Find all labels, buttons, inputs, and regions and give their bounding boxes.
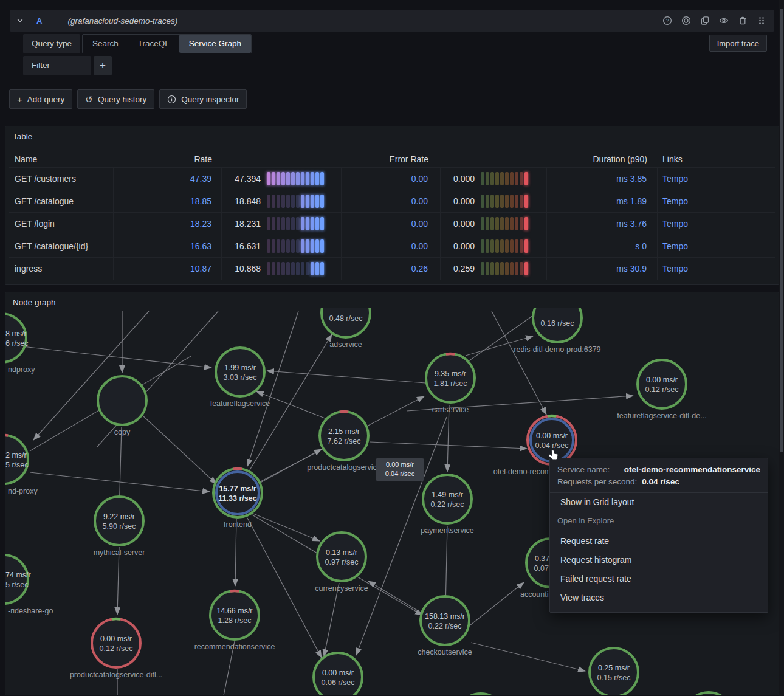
cell-rate-link[interactable]: 47.39 bbox=[114, 168, 222, 190]
column-header-name[interactable]: Name bbox=[9, 151, 114, 167]
node-stat-line2: 5 r/sec bbox=[5, 581, 29, 589]
drag-handle-icon[interactable] bbox=[756, 15, 767, 26]
graph-edge bbox=[447, 405, 449, 472]
node-stat-line1: 0.00 ms/r bbox=[646, 376, 678, 384]
node-productcatalogservice[interactable]: 2.15 ms/r7.62 r/secproductcatalogservice bbox=[307, 412, 381, 472]
cell-tempo-link[interactable]: Tempo bbox=[658, 213, 775, 235]
service-name-value: otel-demo-recommendationservice bbox=[624, 464, 760, 476]
query-inspector-button[interactable]: Query inspector bbox=[159, 89, 247, 109]
query-history-button[interactable]: ↺ Query history bbox=[77, 89, 154, 109]
cell-rate-gauge: 47.394 bbox=[222, 168, 342, 190]
table-row: ingress10.8710.8680.260.259ms 30.9Tempo bbox=[9, 257, 775, 280]
node-arc-partial-2[interactable] bbox=[684, 692, 733, 695]
cell-tempo-link[interactable]: Tempo bbox=[658, 235, 775, 257]
plus-icon: + bbox=[100, 60, 106, 72]
node-frontendproxy-top[interactable]: 8 ms/r6 r/secndproxy bbox=[5, 314, 35, 374]
add-query-button[interactable]: + Add query bbox=[9, 89, 72, 109]
context-menu-header: Service name: otel-demo-recommendationse… bbox=[550, 458, 768, 493]
column-header-links[interactable]: Links bbox=[658, 151, 775, 167]
query-type-traceql[interactable]: TraceQL bbox=[128, 35, 179, 53]
node-stat-line1: 158.13 ms/r bbox=[425, 612, 465, 621]
node-frontend[interactable]: 15.77 ms/r11.33 r/secfrontend bbox=[213, 469, 262, 529]
cell-rate-link[interactable]: 16.63 bbox=[114, 235, 222, 257]
column-header-rate-gauge bbox=[222, 151, 342, 167]
add-filter-button[interactable]: + bbox=[94, 56, 112, 75]
cell-name: GET /catalogue bbox=[9, 190, 114, 212]
cell-tempo-link[interactable]: Tempo bbox=[658, 190, 775, 212]
cell-error-rate-link[interactable]: 0.00 bbox=[342, 168, 441, 190]
node-stat-line1: 2.15 ms/r bbox=[328, 427, 360, 436]
table: Name Rate Error Rate Duration (p90) Link… bbox=[9, 151, 775, 280]
node-featureflagservice-ditl[interactable]: 0.00 ms/r0.12 r/secfeatureflagservice-di… bbox=[617, 360, 706, 420]
table-header-row: Name Rate Error Rate Duration (p90) Link… bbox=[9, 151, 775, 167]
column-header-rate[interactable]: Rate bbox=[114, 151, 222, 167]
node-stat-line1: 0.25 ms/r bbox=[598, 664, 630, 672]
node-stat-line2: 0.04 r/sec bbox=[535, 441, 569, 450]
duplicate-icon[interactable] bbox=[700, 15, 710, 26]
graph-edge bbox=[368, 581, 422, 613]
table-row: GET /customers47.3947.3940.000.000ms 3.8… bbox=[9, 167, 775, 190]
record-icon[interactable] bbox=[681, 15, 692, 26]
cell-error-rate-link[interactable]: 0.00 bbox=[342, 190, 441, 212]
cell-duration-link[interactable]: s 0 bbox=[547, 235, 658, 257]
column-header-duration[interactable]: Duration (p90) bbox=[547, 151, 658, 167]
query-type-search[interactable]: Search bbox=[83, 35, 128, 53]
cell-tempo-link[interactable]: Tempo bbox=[658, 258, 775, 280]
node-checkoutservice[interactable]: 158.13 ms/r0.22 r/seccheckoutservice bbox=[418, 596, 472, 656]
query-type-radio-group: Search TraceQL Service Graph bbox=[82, 34, 252, 53]
node-cartservice[interactable]: 9.35 ms/r1.81 r/seccartservice bbox=[426, 354, 475, 414]
node-paymentservice[interactable]: 1.49 ms/r0.22 r/secpaymentservice bbox=[421, 475, 474, 535]
cell-duration-link[interactable]: ms 30.9 bbox=[547, 258, 658, 280]
node-stat-line2: 0.15 r/sec bbox=[597, 674, 631, 682]
lcd-gauge bbox=[481, 239, 528, 253]
node-label: ndproxy bbox=[8, 365, 35, 374]
table-row: GET /catalogue/{id}16.6316.6310.000.000s… bbox=[9, 235, 775, 257]
edge-tooltip-line2: 0.04 r/sec bbox=[376, 469, 424, 478]
node-arc-partial-1[interactable] bbox=[456, 694, 505, 695]
cell-rate-link[interactable]: 18.85 bbox=[114, 190, 222, 212]
scrollbar-thumb[interactable] bbox=[780, 9, 783, 452]
node-productcatalogservice-ditl[interactable]: 0.00 ms/r0.12 r/secproductcatalogservice… bbox=[70, 619, 162, 679]
node-service-partial-right[interactable]: 0.25 ms/r0.15 r/sec bbox=[590, 648, 638, 695]
cell-tempo-link[interactable]: Tempo bbox=[658, 168, 775, 190]
node-service-partial-bottom[interactable]: 0.00 ms/r0.06 r/sec bbox=[314, 653, 362, 695]
node-label: recommendationservice bbox=[194, 643, 275, 651]
eye-icon[interactable] bbox=[718, 15, 729, 26]
cell-rate-link[interactable]: 10.87 bbox=[114, 258, 222, 280]
cell-error-rate-link[interactable]: 0.00 bbox=[342, 235, 441, 257]
context-menu-item-show-in-grid[interactable]: Show in Grid layout bbox=[550, 493, 768, 512]
graph-edge bbox=[142, 415, 216, 484]
context-menu-item[interactable]: Request rate bbox=[550, 532, 768, 551]
node-redis-ditl-demo-prod[interactable]: 0.16 r/secredis-ditl-demo-prod:6379 bbox=[514, 308, 600, 354]
node-stat-line1: 0.00 ms/r bbox=[536, 432, 568, 440]
node-stat-line1: 74 ms/r bbox=[5, 571, 31, 579]
node-currencyservice[interactable]: 0.13 ms/r0.97 r/seccurrencyservice bbox=[315, 532, 368, 593]
query-row-header[interactable]: A (grafanacloud-sedemo-traces) ? bbox=[10, 10, 774, 32]
cell-duration-link[interactable]: ms 3.85 bbox=[547, 168, 658, 190]
cell-duration-link[interactable]: ms 1.89 bbox=[547, 190, 658, 212]
table-row: GET /login18.2318.2310.000.000ms 3.76Tem… bbox=[9, 212, 775, 235]
cell-duration-link[interactable]: ms 3.76 bbox=[547, 213, 658, 235]
context-menu-item[interactable]: Request histogram bbox=[550, 551, 768, 570]
node-frontend-proxy[interactable]: 2 ms/r5 r/secnd-proxy bbox=[5, 435, 38, 495]
node-stat-line1: 2 ms/r bbox=[5, 451, 27, 460]
query-ref-id[interactable]: A bbox=[36, 16, 42, 26]
node-stat-line2: 0.97 r/sec bbox=[325, 558, 359, 567]
node-recommendationservice[interactable]: 14.66 ms/r1.28 r/secrecommendationservic… bbox=[194, 591, 275, 651]
cell-rate-link[interactable]: 18.23 bbox=[114, 213, 222, 235]
cell-error-rate-link[interactable]: 0.26 bbox=[342, 258, 441, 280]
help-circle-icon[interactable]: ? bbox=[662, 15, 673, 26]
node-mythical-server[interactable]: 9.22 ms/r5.90 r/secmythical-server bbox=[94, 497, 145, 557]
node-copy[interactable]: copy bbox=[98, 376, 146, 436]
context-menu-item[interactable]: View traces bbox=[550, 588, 768, 607]
trash-icon[interactable] bbox=[737, 15, 748, 26]
node-mythical-rideshare-go[interactable]: 74 ms/r5 r/sec-rideshare-go bbox=[5, 555, 53, 615]
column-header-error-rate[interactable]: Error Rate bbox=[342, 151, 441, 167]
node-featureflagservice[interactable]: 1.99 ms/r3.03 r/secfeatureflagservice bbox=[210, 348, 270, 408]
node-adservice[interactable]: 0.48 r/secadservice bbox=[322, 308, 370, 349]
query-type-service-graph[interactable]: Service Graph bbox=[179, 35, 251, 53]
chevron-down-icon[interactable] bbox=[16, 16, 24, 25]
cell-error-rate-link[interactable]: 0.00 bbox=[342, 213, 441, 235]
context-menu-item[interactable]: Failed request rate bbox=[550, 570, 768, 588]
import-trace-button[interactable]: Import trace bbox=[709, 35, 767, 52]
